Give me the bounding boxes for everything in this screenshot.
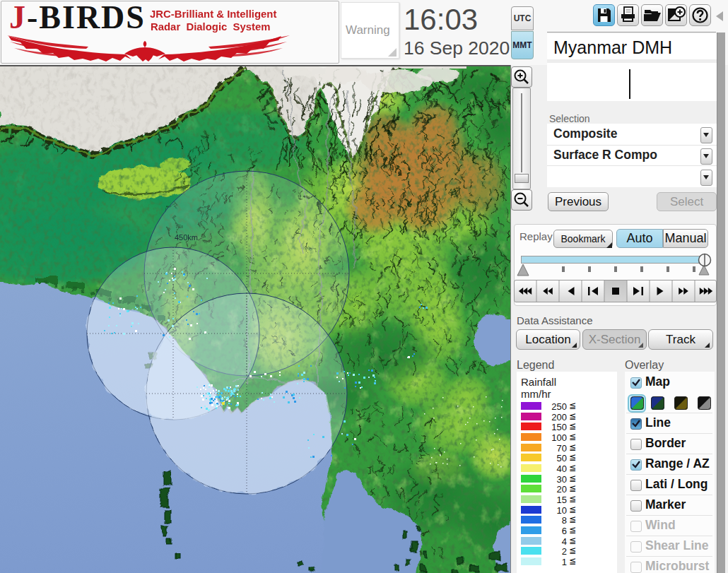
svg-text:450km: 450km: [175, 233, 198, 242]
